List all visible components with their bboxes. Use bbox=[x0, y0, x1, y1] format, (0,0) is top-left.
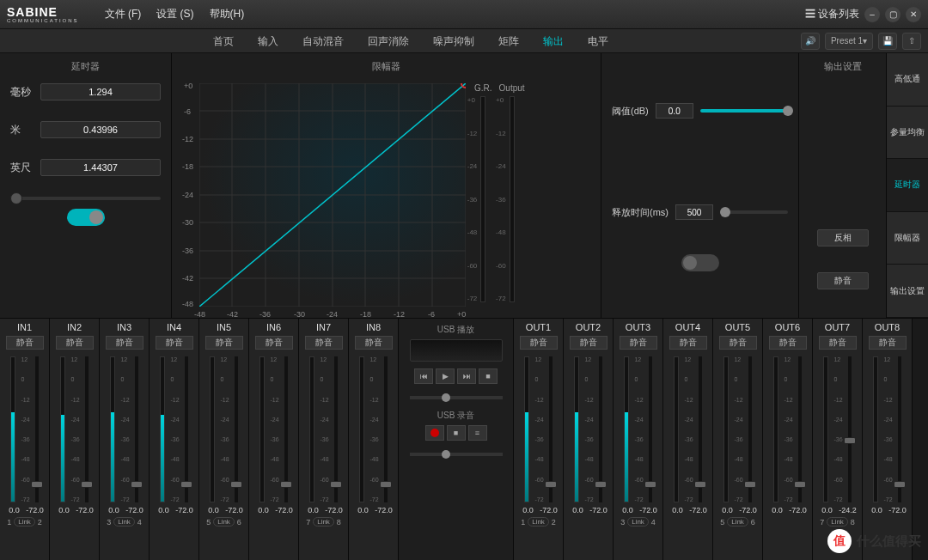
channel-mute-button[interactable]: 静音 bbox=[355, 336, 393, 350]
link-button[interactable]: Link bbox=[727, 517, 748, 527]
delay-slider[interactable] bbox=[10, 197, 161, 200]
tab-level[interactable]: 电平 bbox=[576, 29, 620, 53]
next-button[interactable]: ⏭ bbox=[457, 368, 476, 384]
menu-help[interactable]: 帮助(H) bbox=[210, 7, 245, 21]
limiter-graph[interactable]: +0 -6 -12 -18 -24 -30 -36 -42 -48 -48 -4… bbox=[199, 83, 466, 307]
channel-meter bbox=[10, 356, 15, 502]
release-input[interactable] bbox=[675, 204, 713, 220]
delay-m-input[interactable] bbox=[40, 121, 161, 138]
channel-mute-button[interactable]: 静音 bbox=[255, 336, 293, 350]
channel-mute-button[interactable]: 静音 bbox=[205, 336, 243, 350]
channel-mute-button[interactable]: 静音 bbox=[719, 336, 757, 350]
channel-meter bbox=[624, 356, 629, 502]
channel-mute-button[interactable]: 静音 bbox=[819, 336, 857, 350]
side-tab-peq[interactable]: 参量均衡 bbox=[887, 107, 928, 160]
tab-matrix[interactable]: 矩阵 bbox=[486, 29, 531, 53]
channel-fader[interactable] bbox=[549, 356, 553, 502]
channel-mute-button[interactable]: 静音 bbox=[869, 336, 907, 350]
channel-mute-button[interactable]: 静音 bbox=[620, 336, 657, 350]
channel-label: IN6 bbox=[266, 322, 281, 332]
channel-mute-button[interactable]: 静音 bbox=[156, 336, 193, 350]
tab-output[interactable]: 输出 bbox=[531, 29, 576, 53]
rec-list-button[interactable]: ≡ bbox=[468, 425, 487, 441]
channel-fader[interactable] bbox=[35, 356, 39, 502]
side-tab-hplp[interactable]: 高低通 bbox=[887, 53, 928, 107]
channel-fader[interactable] bbox=[85, 356, 89, 502]
delay-ft-input[interactable] bbox=[40, 159, 161, 176]
channel-mute-button[interactable]: 静音 bbox=[669, 336, 707, 350]
channel-mute-button[interactable]: 静音 bbox=[520, 336, 558, 350]
tab-ns[interactable]: 噪声抑制 bbox=[421, 29, 486, 53]
channel-meter bbox=[160, 356, 165, 502]
device-list-icon[interactable]: ☰ 设备列表 bbox=[805, 7, 859, 21]
menu-file[interactable]: 文件 (F) bbox=[105, 7, 142, 21]
channel-out2: OUT2 静音 120-12-24-36-48-60-72 0.0-72.0 bbox=[564, 319, 614, 560]
channel-fader[interactable] bbox=[334, 356, 338, 502]
stop-button[interactable]: ■ bbox=[479, 368, 498, 384]
prev-button[interactable]: ⏮ bbox=[414, 368, 433, 384]
threshold-input[interactable] bbox=[656, 103, 693, 119]
channel-gain: -72.0 bbox=[125, 506, 144, 514]
channel-gain: -72.0 bbox=[225, 506, 244, 514]
channel-mute-button[interactable]: 静音 bbox=[6, 336, 44, 350]
limiter-toggle[interactable] bbox=[681, 254, 719, 271]
side-tab-delay[interactable]: 延时器 bbox=[887, 159, 928, 212]
play-button[interactable]: ▶ bbox=[436, 368, 455, 384]
channel-fader[interactable] bbox=[185, 356, 188, 502]
maximize-button[interactable]: ▢ bbox=[885, 7, 901, 22]
channel-level: 0.0 bbox=[669, 506, 687, 514]
channel-mute-button[interactable]: 静音 bbox=[305, 336, 343, 350]
channel-meter bbox=[359, 356, 364, 502]
link-button[interactable]: Link bbox=[113, 517, 135, 527]
limiter-panel: 限幅器 +0 -6 -12 -18 -24 -30 -36 -42 bbox=[172, 53, 601, 318]
link-button[interactable]: Link bbox=[528, 517, 549, 527]
channel-fader[interactable] bbox=[135, 356, 138, 502]
channel-fader[interactable] bbox=[284, 356, 288, 502]
delay-ms-input[interactable] bbox=[40, 83, 161, 100]
rec-stop-button[interactable]: ■ bbox=[447, 425, 466, 441]
side-tab-limiter[interactable]: 限幅器 bbox=[887, 212, 928, 265]
menu-settings[interactable]: 设置 (S) bbox=[156, 7, 193, 21]
tab-home[interactable]: 首页 bbox=[201, 29, 246, 53]
channel-fader[interactable] bbox=[699, 356, 702, 502]
usb-play-slider[interactable] bbox=[410, 396, 503, 399]
close-button[interactable]: ✕ bbox=[906, 7, 921, 22]
channel-mute-button[interactable]: 静音 bbox=[106, 336, 143, 350]
channel-fader[interactable] bbox=[649, 356, 652, 502]
delay-toggle[interactable] bbox=[67, 209, 105, 226]
record-button[interactable] bbox=[425, 425, 444, 441]
channel-fader[interactable] bbox=[235, 356, 238, 502]
channel-mute-button[interactable]: 静音 bbox=[769, 336, 807, 350]
save-icon[interactable]: 💾 bbox=[878, 33, 897, 50]
minimize-button[interactable]: – bbox=[864, 7, 880, 22]
channel-fader[interactable] bbox=[384, 356, 388, 502]
channel-fader[interactable] bbox=[898, 356, 901, 502]
gr-meter-label: G.R. bbox=[474, 83, 492, 93]
channel-mute-button[interactable]: 静音 bbox=[570, 336, 607, 350]
output-config-panel: 输出设置 反相 静音 bbox=[799, 53, 887, 318]
upload-icon[interactable]: ⇧ bbox=[902, 33, 921, 50]
channel-fader[interactable] bbox=[748, 356, 752, 502]
tab-aec[interactable]: 回声消除 bbox=[356, 29, 421, 53]
tab-input[interactable]: 输入 bbox=[246, 29, 290, 53]
threshold-slider[interactable] bbox=[700, 109, 788, 113]
link-button[interactable]: Link bbox=[827, 517, 848, 527]
link-button[interactable]: Link bbox=[627, 517, 649, 527]
channel-label: OUT2 bbox=[576, 322, 601, 332]
channel-in5: IN5 静音 120-12-24-36-48-60-72 0.0-72.0 5 … bbox=[199, 319, 249, 560]
mute-button[interactable]: 静音 bbox=[817, 272, 869, 289]
channel-fader[interactable] bbox=[599, 356, 602, 502]
speaker-icon[interactable]: 🔊 bbox=[801, 33, 820, 50]
channel-fader[interactable] bbox=[798, 356, 802, 502]
release-slider[interactable] bbox=[720, 210, 788, 214]
channel-mute-button[interactable]: 静音 bbox=[56, 336, 94, 350]
preset-select[interactable]: Preset 1 ▾ bbox=[825, 33, 873, 50]
channel-fader[interactable] bbox=[848, 356, 852, 502]
side-tab-outcfg[interactable]: 输出设置 bbox=[887, 265, 928, 318]
link-button[interactable]: Link bbox=[313, 517, 334, 527]
invert-button[interactable]: 反相 bbox=[817, 229, 869, 247]
link-button[interactable]: Link bbox=[14, 517, 35, 527]
usb-rec-slider[interactable] bbox=[410, 453, 503, 456]
link-button[interactable]: Link bbox=[213, 517, 235, 527]
tab-automix[interactable]: 自动混音 bbox=[290, 29, 356, 53]
